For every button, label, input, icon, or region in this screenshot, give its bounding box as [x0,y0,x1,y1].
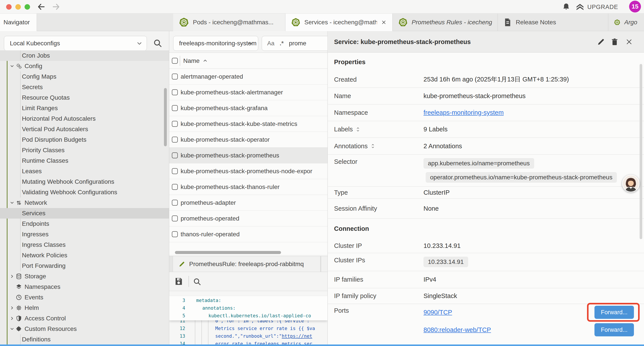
row-checkbox[interactable] [172,121,178,127]
row-checkbox[interactable] [172,216,178,221]
chevron-right-icon[interactable] [10,316,14,321]
sidebar-item-mutating-webhook-configurations[interactable]: Mutating Webhook Configurations [0,177,169,187]
sidebar-scrollbar[interactable] [164,88,167,146]
match-case-toggle[interactable]: Aa [267,40,274,47]
sidebar-item-vertical-pod-autoscalers[interactable]: Vertical Pod Autoscalers [0,124,169,134]
sidebar-item-storage[interactable]: Storage [0,271,169,282]
notifications-bell-icon[interactable] [562,3,570,11]
chevron-right-icon[interactable] [10,306,14,310]
workspace-tab[interactable]: Services - icecheng@math... [286,13,392,31]
forward-button[interactable]: Forward... [594,306,634,319]
editor-tab[interactable] [321,256,328,272]
workspace-tab[interactable]: Prometheus Rules - icecheng... [392,13,498,31]
sidebar-search-icon[interactable] [153,38,162,48]
sidebar-item-network-policies[interactable]: Network Policies [0,250,169,261]
sidebar-item-definitions[interactable]: Definitions [0,334,169,345]
sidebar-item-priority-classes[interactable]: Priority Classes [0,145,169,155]
row-checkbox[interactable] [172,74,178,79]
sidebar-item-access-control[interactable]: Access Control [0,313,169,324]
row-checkbox[interactable] [172,184,178,190]
table-row[interactable]: prometheus-operated [169,211,328,226]
editor-search-icon[interactable] [193,278,201,286]
table-row[interactable]: kube-prometheus-stack-prometheus-node-ex… [169,163,328,179]
back-arrow-icon[interactable] [37,2,46,11]
workspace-tab[interactable]: Pods - icecheng@mathmas... [173,13,286,31]
upgrade-button[interactable]: UPGRADE [576,3,618,11]
detail-scrollbar[interactable] [640,64,642,239]
sidebar-item-ingresses[interactable]: Ingresses [0,229,169,240]
editor-tab[interactable]: PrometheusRule: freeleaps-prod-rabbitmq [173,256,320,272]
port-link[interactable]: 9090/TCP [424,309,452,316]
code-link[interactable]: https://net [282,334,312,339]
sidebar-item-helm[interactable]: Helm [0,303,169,313]
sidebar-item-resource-quotas[interactable]: Resource Quotas [0,92,169,103]
close-icon[interactable] [626,38,632,45]
yaml-editor[interactable]: 110","for":"1m","labels":{"service":12Me… [169,291,328,346]
sort-updown-icon[interactable] [355,127,360,132]
chevron-down-icon[interactable] [10,327,14,331]
kubeconfig-select[interactable]: Local Kubeconfigs [4,36,147,51]
sidebar-item-leases[interactable]: Leases [0,166,169,177]
sidebar-item-pod-disruption-budgets[interactable]: Pod Disruption Budgets [0,134,169,145]
row-checkbox[interactable] [172,89,178,95]
namespace-select[interactable]: freeleaps-monitoring-system [173,36,258,51]
window-maximize-button[interactable] [24,4,30,10]
filter-input[interactable]: Aa .* prome [262,36,328,51]
sidebar-item-services[interactable]: Services [0,208,169,219]
name-column-header[interactable]: Name [183,53,200,69]
sidebar-item-secrets[interactable]: Secrets [0,82,169,92]
tab-close-icon[interactable] [381,19,387,25]
sidebar-item-endpoints[interactable]: Endpoints [0,219,169,229]
row-checkbox[interactable] [172,137,178,143]
chevron-down-icon[interactable] [10,64,14,68]
sidebar-item-namespaces[interactable]: Namespaces [0,282,169,292]
edit-pencil-icon[interactable] [597,38,605,46]
table-row[interactable]: kube-prometheus-stack-alertmanager [169,84,328,100]
port-link[interactable]: 8080:reloader-web/TCP [424,326,491,334]
table-row[interactable]: kube-prometheus-stack-grafana [169,100,328,116]
scrollbar-thumb[interactable] [175,251,281,254]
row-checkbox[interactable] [172,152,178,158]
sort-updown-icon[interactable] [370,143,376,149]
row-checkbox[interactable] [172,200,178,206]
sidebar-item-ingress-classes[interactable]: Ingress Classes [0,240,169,250]
row-checkbox[interactable] [172,231,178,237]
sidebar-item-custom-resources[interactable]: Custom Resources [0,324,169,334]
select-all-checkbox[interactable] [172,58,178,64]
assistant-avatar[interactable] [622,175,640,192]
table-row[interactable]: kube-prometheus-stack-operator [169,132,328,148]
window-minimize-button[interactable] [15,4,21,10]
row-checkbox[interactable] [172,105,178,111]
workspace-tab[interactable]: Argo Se [608,13,644,31]
table-row[interactable]: kube-prometheus-stack-thanos-ruler [169,179,328,195]
table-row[interactable]: alertmanager-operated [169,69,328,84]
regex-toggle[interactable]: .* [280,40,284,47]
sidebar-item-horizontal-pod-autoscalers[interactable]: Horizontal Pod Autoscalers [0,113,169,124]
table-row[interactable]: prometheus-adapter [169,195,328,211]
chevron-right-icon[interactable] [10,274,14,279]
notification-count-badge[interactable]: 15 [629,1,641,12]
sidebar-item-port-forwarding[interactable]: Port Forwarding [0,261,169,271]
row-checkbox[interactable] [172,168,178,174]
table-row[interactable]: kube-prometheus-stack-kube-state-metrics [169,116,328,132]
delete-trash-icon[interactable] [611,38,618,46]
save-icon[interactable] [174,277,183,286]
sidebar-item-network[interactable]: Network [0,198,169,208]
sidebar-item-events[interactable]: Events [0,292,169,303]
sidebar-item-cron-jobs[interactable]: Cron Jobs [0,50,169,61]
window-close-button[interactable] [6,4,12,10]
sort-ascending-icon[interactable] [202,58,208,63]
sidebar-item-config[interactable]: Config [0,61,169,71]
namespace-link[interactable]: freeleaps-monitoring-system [424,109,504,116]
list-horizontal-scrollbar[interactable] [169,251,328,254]
sidebar-item-limit-ranges[interactable]: Limit Ranges [0,103,169,113]
forward-button[interactable]: Forward... [594,323,634,336]
table-row[interactable]: thanos-ruler-operated [169,226,328,242]
forward-arrow-icon[interactable] [52,2,60,11]
workspace-tab[interactable]: Release Notes [498,13,608,31]
navigator-panel-tab[interactable]: Navigator [0,13,37,31]
table-row[interactable]: kube-prometheus-stack-prometheus [169,148,328,163]
sidebar-item-validating-webhook-configurations[interactable]: Validating Webhook Configurations [0,187,169,198]
chevron-down-icon[interactable] [10,200,14,205]
sidebar-item-config-maps[interactable]: Config Maps [0,71,169,82]
